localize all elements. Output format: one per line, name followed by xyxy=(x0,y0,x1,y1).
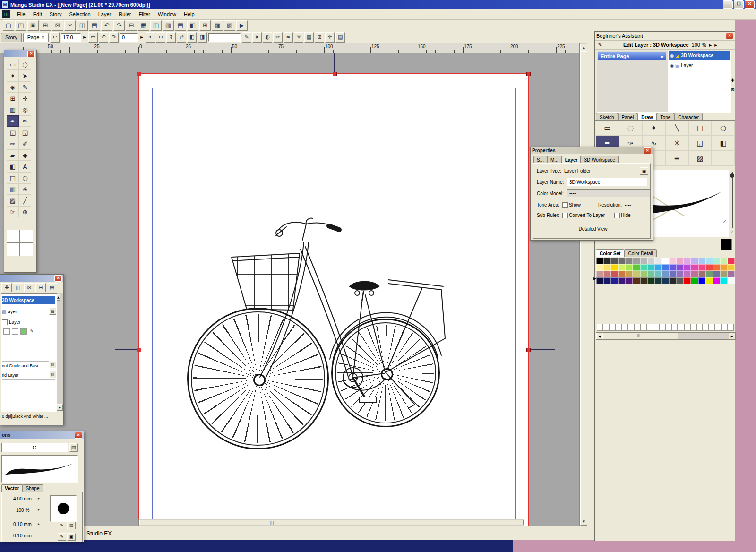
scroll-down-icon[interactable]: ▼ xyxy=(580,518,587,526)
lattice-icon[interactable]: ⊞ xyxy=(315,32,324,43)
nib-tool[interactable]: ◆ xyxy=(19,149,31,161)
properties-titlebar[interactable]: Properties ✕ xyxy=(531,147,653,154)
asterisk-tone-icon[interactable]: ✳ xyxy=(294,32,303,43)
color-swatch[interactable] xyxy=(669,264,676,271)
page-back-icon[interactable]: ↩ xyxy=(50,32,60,43)
color-swatch[interactable] xyxy=(611,258,618,264)
layer-row-menu-icon[interactable]: ▤ xyxy=(49,308,56,315)
material-slot[interactable] xyxy=(653,324,659,331)
story-tab[interactable]: Story xyxy=(1,33,22,42)
rectangle-tool[interactable]: □ xyxy=(7,172,19,183)
material-slot[interactable] xyxy=(728,324,734,331)
color-swatch[interactable] xyxy=(720,258,727,264)
color-swatch[interactable] xyxy=(669,258,676,264)
color-swatch[interactable] xyxy=(626,264,633,271)
color-swatch[interactable] xyxy=(626,277,633,284)
move-tool[interactable]: ✛ xyxy=(19,93,31,104)
filmstrip-scroll-thumb[interactable]: ||| xyxy=(602,333,678,339)
color-swatch[interactable] xyxy=(654,264,662,271)
ba-eraser-tool[interactable]: ◱ xyxy=(688,136,712,151)
new-folder-icon[interactable]: ◫ xyxy=(13,283,23,292)
color-swatch[interactable] xyxy=(603,271,610,277)
edit-pen-icon[interactable]: ✎ xyxy=(58,522,66,529)
maximize-button[interactable]: ❐ xyxy=(734,0,744,9)
rotate-left-icon[interactable]: ↶ xyxy=(99,32,108,43)
mini-cell-icon[interactable] xyxy=(3,328,10,335)
ba-tone-tool[interactable]: ▨ xyxy=(688,151,712,166)
layers-scrollbar[interactable]: ▲ ▼ xyxy=(57,293,63,411)
color-swatch[interactable] xyxy=(728,277,735,284)
color-swatch[interactable] xyxy=(728,271,735,277)
h-scroll-thumb[interactable]: ||| xyxy=(139,520,524,525)
reset-view-icon[interactable]: • xyxy=(146,32,155,43)
rotate-right-icon[interactable]: ↷ xyxy=(109,32,119,43)
color-swatch[interactable] xyxy=(647,271,654,277)
ellipse-tool[interactable]: ○ xyxy=(19,172,31,183)
ba-marquee-tool[interactable]: ▭ xyxy=(596,121,619,136)
menu-filter[interactable]: Filter xyxy=(135,10,154,18)
color-swatch[interactable] xyxy=(705,271,713,277)
close-button[interactable]: ✕ xyxy=(745,0,755,9)
pencil-tool[interactable]: ✏ xyxy=(7,138,19,149)
color-swatch[interactable] xyxy=(728,264,735,271)
large-eraser-tool[interactable]: ◲ xyxy=(19,127,31,138)
layer-row-3d-workspace[interactable]: 3D Workspace xyxy=(2,296,55,304)
tool-options-titlebar[interactable]: ons ✕ xyxy=(0,431,84,439)
filmstrip-scrollbar[interactable]: ◀ ||| ▶ xyxy=(596,332,736,340)
color-swatch[interactable] xyxy=(684,264,691,271)
hand-tool[interactable]: ☞ xyxy=(7,206,19,217)
properties-close-icon[interactable]: ✕ xyxy=(644,147,651,154)
color-swatch[interactable] xyxy=(633,271,640,277)
grid-row-menu-icon[interactable]: ▤ xyxy=(49,371,56,378)
material-slot[interactable] xyxy=(715,324,721,331)
menu-file[interactable]: File xyxy=(13,10,29,18)
save-icon[interactable]: ▣ xyxy=(27,20,39,31)
select-cursor-icon[interactable]: ➤ xyxy=(252,32,262,43)
detailed-view-button[interactable]: Detailed View xyxy=(572,224,614,233)
fit-page-icon[interactable]: ▭ xyxy=(88,32,98,43)
save-all-icon[interactable]: ⊞ xyxy=(40,20,51,31)
material-slot[interactable] xyxy=(690,324,696,331)
layers-scroll-up-icon[interactable]: ▲ xyxy=(57,294,60,301)
gradient-tool[interactable]: ▥ xyxy=(7,183,19,195)
toolbox-titlebar[interactable]: ✕ xyxy=(4,50,36,57)
canvas-area[interactable]: ||| xyxy=(0,53,579,526)
color-swatch[interactable] xyxy=(633,264,640,271)
grid-view-icon[interactable]: ⊞ xyxy=(199,20,211,31)
material-slot[interactable] xyxy=(640,324,646,331)
delete-layer-icon[interactable]: ⊠ xyxy=(24,283,34,292)
panel-view-icon[interactable]: ▤ xyxy=(175,20,186,31)
material-slot[interactable] xyxy=(671,324,678,331)
copy-icon[interactable]: ◫ xyxy=(77,20,88,31)
material-slot[interactable] xyxy=(722,324,728,331)
brush-well[interactable] xyxy=(7,230,20,243)
brush-tool[interactable]: ▰ xyxy=(7,149,19,161)
mini-cell-icon[interactable] xyxy=(12,328,18,335)
color-swatch[interactable] xyxy=(684,277,691,284)
canvas-vertical-scrollbar[interactable]: ▲ ▼ xyxy=(579,43,587,526)
story-view-icon[interactable]: ▥ xyxy=(163,20,174,31)
assistant-layer-row-3d[interactable]: ◉ ◪ 3D Workspace xyxy=(669,51,730,60)
preset-menu-icon[interactable]: ▤ xyxy=(69,443,78,452)
layers-titlebar[interactable]: ✕ xyxy=(0,275,63,282)
color-swatch[interactable] xyxy=(691,277,698,284)
layer-type-icon[interactable]: ▣ xyxy=(640,167,648,175)
page-handle[interactable] xyxy=(526,348,531,352)
material-slot[interactable] xyxy=(696,324,703,331)
page-layout-icon[interactable]: ▦ xyxy=(138,20,149,31)
toolbox-close-icon[interactable]: ✕ xyxy=(27,51,35,57)
layers-close-icon[interactable]: ✕ xyxy=(54,275,62,282)
frame-grid-tool[interactable]: ⊞ xyxy=(7,93,19,104)
print-icon[interactable]: ⊟ xyxy=(126,20,137,31)
material-slot[interactable] xyxy=(628,324,634,331)
ba-airbrush-tool[interactable]: ✳ xyxy=(665,136,688,151)
swap-view-icon[interactable]: ⇄ xyxy=(177,32,186,43)
material-slot[interactable] xyxy=(622,324,628,331)
color-swatch[interactable] xyxy=(618,271,625,277)
color-swatch[interactable] xyxy=(618,264,625,271)
color-swatch[interactable] xyxy=(684,271,691,277)
menu-edit[interactable]: Edit xyxy=(29,10,46,18)
stroke-ok-check-icon[interactable]: ✓ xyxy=(723,219,727,224)
flip-horizontal-icon[interactable]: ↔ xyxy=(156,32,165,43)
page-handle[interactable] xyxy=(137,348,141,352)
